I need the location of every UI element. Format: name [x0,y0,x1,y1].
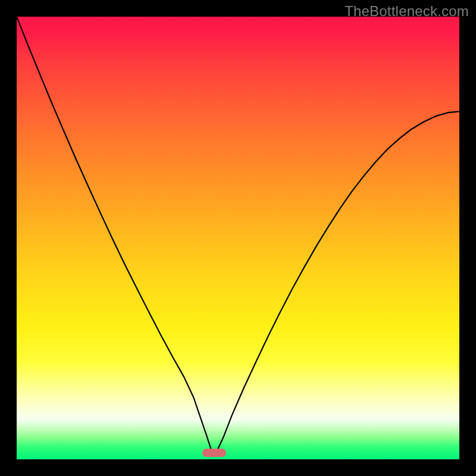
plot-area [17,17,459,459]
watermark-text: TheBottleneck.com [345,3,469,20]
optimal-range-marker [202,449,226,457]
chart-frame: TheBottleneck.com [0,0,476,476]
bottleneck-curve [17,17,459,450]
curve-layer [17,17,459,459]
